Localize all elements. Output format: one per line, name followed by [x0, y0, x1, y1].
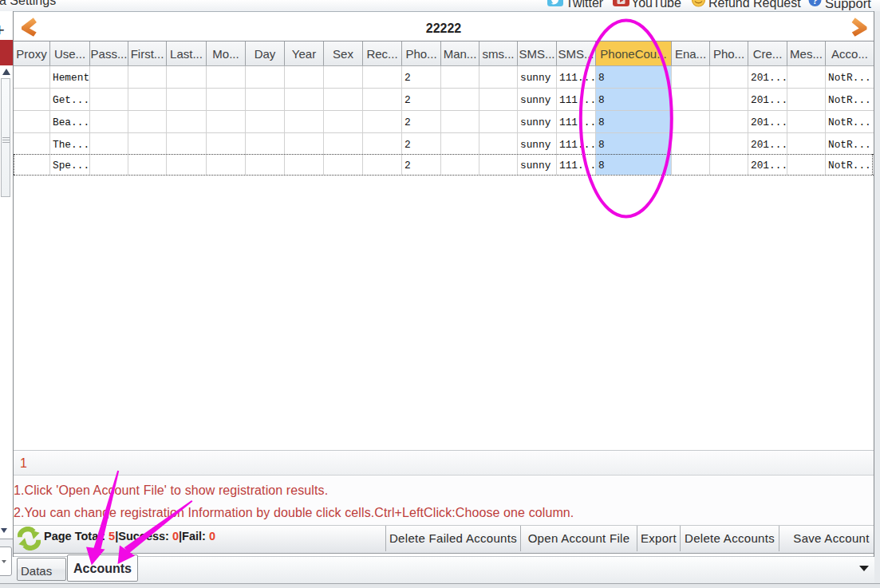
svg-text:?: ? [812, 0, 818, 6]
